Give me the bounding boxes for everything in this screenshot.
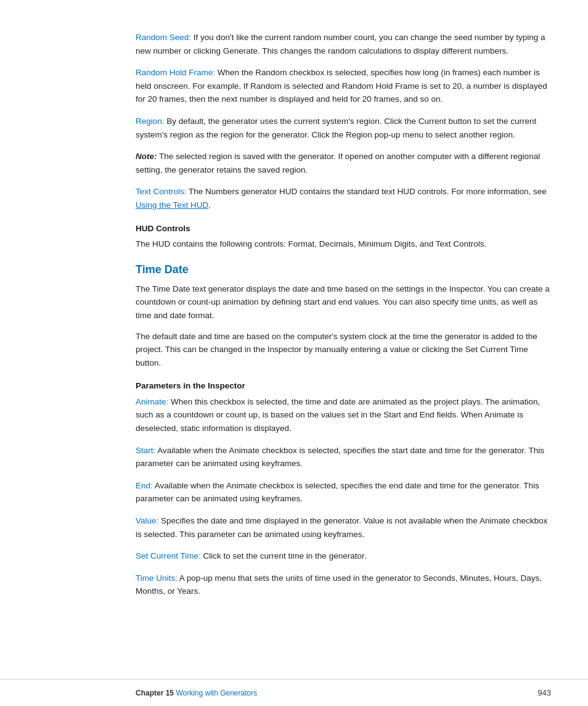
time-date-heading: Time Date — [136, 263, 551, 276]
page-number: 943 — [537, 688, 551, 697]
time-date-section: Time Date The Time Date text generator d… — [136, 263, 551, 370]
set-current-time-term: Set Current Time: — [136, 551, 201, 560]
set-current-time-text: Click to set the current time in the gen… — [201, 551, 367, 560]
text-controls-term: Text Controls: — [136, 187, 187, 196]
time-units-text: A pop-up menu that sets the units of tim… — [136, 573, 542, 596]
note-para: Note: The selected region is saved with … — [136, 150, 551, 176]
using-text-hud-link[interactable]: Using the Text HUD — [136, 200, 208, 210]
animate-text: When this checkbox is selected, the time… — [136, 397, 540, 433]
time-units-para: Time Units: A pop-up menu that sets the … — [136, 572, 551, 598]
animate-term: Animate: — [136, 397, 168, 406]
chapter-label: Chapter 15 — [136, 689, 174, 697]
time-date-para1: The Time Date text generator displays th… — [136, 282, 551, 322]
chapter-link[interactable]: Working with Generators — [176, 689, 257, 697]
random-hold-frame-term: Random Hold Frame: — [136, 68, 215, 77]
value-para: Value: Specifies the date and time displ… — [136, 514, 551, 541]
text-controls-para: Text Controls: The Numbers generator HUD… — [136, 185, 551, 211]
start-para: Start: Available when the Animate checkb… — [136, 444, 551, 470]
parameters-section: Parameters in the Inspector Animate: Whe… — [136, 379, 551, 598]
region-para: Region: By default, the generator uses t… — [136, 115, 551, 141]
hud-controls-heading: HUD Controls — [136, 222, 551, 236]
content-area: Random Seed: If you don't like the curre… — [136, 31, 551, 679]
time-units-term: Time Units: — [136, 573, 178, 583]
random-seed-term: Random Seed: — [136, 33, 191, 42]
page-footer: Chapter 15 Working with Generators 943 — [0, 679, 588, 706]
hud-controls-text: The HUD contains the following controls:… — [136, 237, 551, 251]
note-term: Note: — [136, 152, 157, 161]
start-text: Available when the Animate checkbox is s… — [136, 446, 544, 469]
parameters-heading: Parameters in the Inspector — [136, 379, 551, 393]
random-hold-frame-para: Random Hold Frame: When the Random check… — [136, 66, 551, 106]
region-term: Region: — [136, 117, 165, 126]
end-term: End: — [136, 481, 153, 490]
note-text: The selected region is saved with the ge… — [136, 152, 540, 174]
value-term: Value: — [136, 516, 158, 525]
text-controls-text: The Numbers generator HUD contains the s… — [187, 187, 547, 196]
hud-controls-section: HUD Controls The HUD contains the follow… — [136, 222, 551, 251]
set-current-time-para: Set Current Time: Click to set the curre… — [136, 549, 551, 563]
random-seed-para: Random Seed: If you don't like the curre… — [136, 31, 551, 57]
end-para: End: Available when the Animate checkbox… — [136, 479, 551, 506]
end-text: Available when the Animate checkbox is s… — [136, 481, 539, 504]
random-seed-text: If you don't like the current random num… — [136, 33, 545, 55]
page: Random Seed: If you don't like the curre… — [0, 0, 588, 706]
value-text: Specifies the date and time displayed in… — [136, 516, 547, 539]
footer-left: Chapter 15 Working with Generators — [136, 689, 257, 697]
region-text: By default, the generator uses the curre… — [136, 117, 536, 139]
start-term: Start: — [136, 446, 155, 455]
time-date-para2: The default date and time are based on t… — [136, 330, 551, 370]
animate-para: Animate: When this checkbox is selected,… — [136, 395, 551, 435]
text-controls-after: . — [208, 200, 211, 210]
